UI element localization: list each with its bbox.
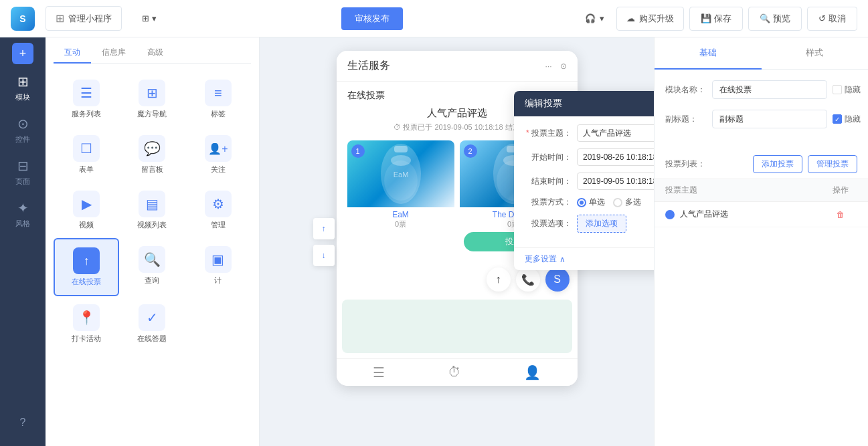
hide-checkbox-2[interactable]: ✓ 隐藏 <box>833 114 861 125</box>
module-online-quiz[interactable]: ✓ 在线答题 <box>119 296 185 352</box>
vote-table-header: 投票主题 操作 <box>655 179 868 202</box>
review-publish-button[interactable]: 审核发布 <box>341 7 403 30</box>
add-vote-button[interactable]: 添加投票 <box>753 155 802 173</box>
vote-list-header: 投票列表： 添加投票 管理投票 <box>655 150 868 179</box>
end-time-input[interactable] <box>577 173 654 190</box>
add-module-button[interactable]: + <box>12 43 33 64</box>
save-icon: 💾 <box>701 13 711 23</box>
style-icon: ✦ <box>17 200 29 216</box>
radio-multiple[interactable]: 多选 <box>613 197 641 208</box>
vote-theme-input[interactable] <box>577 124 654 142</box>
panel-section-tabs: 互动 信息库 高级 <box>54 43 251 64</box>
vote-theme-row: 投票主题： <box>525 124 654 142</box>
add-option-button[interactable]: 添加选项 <box>577 215 626 233</box>
module-online-vote[interactable]: ↑ 在线投票 <box>54 238 119 296</box>
compute-icon: ▣ <box>205 246 232 273</box>
preview-icon: 🔍 <box>760 13 770 23</box>
nav-up-button[interactable]: ↑ <box>313 218 335 239</box>
phone-icon[interactable]: 📞 <box>516 267 540 292</box>
save-button[interactable]: 💾 保存 <box>689 7 743 31</box>
logo: S <box>11 7 35 31</box>
right-panel-tabs: 基础 样式 <box>655 37 868 70</box>
nav-down-button[interactable]: ↓ <box>313 245 335 266</box>
nav-user-icon[interactable]: 👤 <box>524 364 541 380</box>
grid-button[interactable]: ⊞ ▾ <box>133 8 166 29</box>
module-tag[interactable]: ≡ 标签 <box>185 72 251 127</box>
service-list-icon: ☰ <box>73 80 100 106</box>
sidebar-item-module[interactable]: ⊞ 模块 <box>0 67 46 109</box>
magic-nav-icon: ⊞ <box>139 80 165 106</box>
upgrade-button[interactable]: ☁ 购买升级 <box>616 7 684 31</box>
module-name-input[interactable] <box>712 80 827 99</box>
checkin-icon: 📍 <box>73 304 100 331</box>
help-button[interactable]: ? <box>13 410 33 435</box>
module-video-list[interactable]: ▤ 视频列表 <box>119 183 185 238</box>
message-board-icon: 💬 <box>139 135 165 162</box>
vote-card-1-info: EaM 0票 <box>347 207 454 232</box>
headphone-icon: 🎧 <box>585 13 596 23</box>
tab-infodb[interactable]: 信息库 <box>91 43 137 64</box>
module-video[interactable]: ▶ 视频 <box>54 183 119 238</box>
record-icon[interactable]: ⊙ <box>560 62 567 71</box>
module-compute[interactable]: ▣ 计 <box>185 238 251 296</box>
vote-options-label: 投票选项： <box>525 218 572 229</box>
start-time-row: 开始时间： <box>525 148 654 166</box>
more-icon[interactable]: ··· <box>545 62 551 71</box>
nav-time-icon[interactable]: ⏱ <box>448 364 461 380</box>
tab-advanced[interactable]: 高级 <box>137 43 174 64</box>
right-form: 模块名称： 隐藏 副标题： ✓ 隐藏 <box>655 70 868 150</box>
vote-row-delete[interactable]: 🗑 <box>824 210 857 219</box>
manage-vote-button[interactable]: 管理投票 <box>808 155 857 173</box>
sidebar-item-style[interactable]: ✦ 风格 <box>0 193 46 235</box>
radio-single[interactable]: 单选 <box>577 197 605 208</box>
module-form[interactable]: ☐ 表单 <box>54 127 119 183</box>
vote-badge-2: 2 <box>464 144 477 158</box>
phone-header-right: ··· ⊙ <box>545 62 566 71</box>
page-icon: ⊟ <box>17 158 29 174</box>
module-admin[interactable]: ⚙ 管理 <box>185 183 251 238</box>
module-message-board[interactable]: 💬 留言板 <box>119 127 185 183</box>
module-follow[interactable]: 👤+ 关注 <box>185 127 251 183</box>
preview-button[interactable]: 🔍 预览 <box>748 7 802 31</box>
vote-section-label: 在线投票 <box>347 90 385 102</box>
end-time-label: 结束时间： <box>525 176 572 187</box>
vote-list-label: 投票列表： <box>665 158 705 170</box>
start-time-input[interactable] <box>577 148 654 166</box>
hide-checkbox-1[interactable]: 隐藏 <box>833 84 861 96</box>
nav-list-icon[interactable]: ☰ <box>373 364 385 380</box>
module-service-list[interactable]: ☰ 服务列表 <box>54 72 119 127</box>
tab-style[interactable]: 样式 <box>762 37 869 70</box>
service-button[interactable]: 🎧 ▾ <box>578 9 611 27</box>
vote-card-1-name: EaM <box>351 210 450 219</box>
vote-theme-label: 投票主题： <box>525 128 572 139</box>
module-name-label: 模块名称： <box>665 84 712 96</box>
module-icon: ⊞ <box>17 74 29 90</box>
vote-card-1-count: 0票 <box>351 219 450 229</box>
svg-text:EaM: EaM <box>393 171 408 179</box>
tab-interactive[interactable]: 互动 <box>54 43 91 64</box>
vote-options-row: 投票选项： 添加选项 <box>525 215 654 233</box>
sidebar-item-page[interactable]: ⊟ 页面 <box>0 151 46 193</box>
phone-header: 生活服务 ··· ⊙ <box>337 51 578 82</box>
share-icon[interactable]: ↑ <box>487 267 511 292</box>
hide-checkbox-1-box <box>833 85 842 94</box>
module-magic-nav[interactable]: ⊞ 魔方导航 <box>119 72 185 127</box>
manage-miniapp-tab[interactable]: ⊞ 管理小程序 <box>46 6 122 31</box>
cancel-button[interactable]: ↺ 取消 <box>807 7 857 31</box>
vote-card-1-image: 1 EaM <box>347 140 454 207</box>
tab-basic[interactable]: 基础 <box>655 37 762 70</box>
edit-popup-header: 编辑投票 <box>514 91 654 116</box>
table-row: 人气产品评选 🗑 <box>655 202 868 227</box>
query-icon: 🔍 <box>139 246 165 273</box>
vote-method-group: 单选 多选 <box>577 197 641 208</box>
table-col-theme: 投票主题 <box>665 185 824 196</box>
module-checkin[interactable]: 📍 打卡活动 <box>54 296 119 352</box>
more-settings-button[interactable]: 更多设置 ∧ <box>525 253 566 265</box>
sidebar-item-control[interactable]: ⊙ 控件 <box>0 109 46 151</box>
cloud-icon: ☁ <box>626 13 635 23</box>
vote-row-radio[interactable] <box>665 210 675 219</box>
subtitle-input[interactable] <box>712 110 827 128</box>
module-query[interactable]: 🔍 查询 <box>119 238 185 296</box>
brand-icon[interactable]: S <box>545 267 570 292</box>
module-grid: ☰ 服务列表 ⊞ 魔方导航 ≡ 标签 ☐ 表单 💬 留言板 👤+ 关注 <box>46 72 259 360</box>
